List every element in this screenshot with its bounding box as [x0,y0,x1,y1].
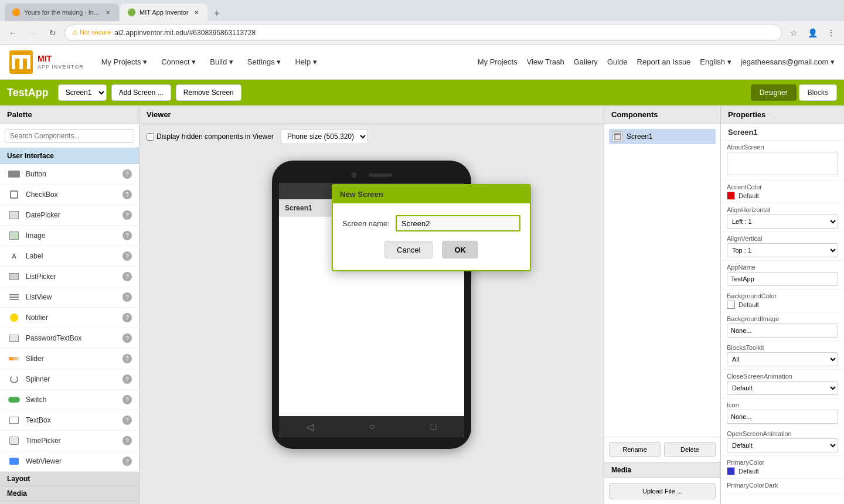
tab2-close-btn[interactable]: ✕ [192,8,200,16]
profile-button[interactable]: 👤 [804,25,821,41]
primary-color-swatch[interactable] [727,467,735,475]
prop-app-name: AppName [721,261,844,290]
dialog-screen-name-label: Screen name: [342,219,390,228]
prop-align-horizontal-select[interactable]: Left : 1 [727,214,838,229]
palette-item-timepicker[interactable]: TimePicker ? [0,431,139,451]
remove-screen-button[interactable]: Remove Screen [176,84,241,101]
svg-rect-6 [615,134,621,135]
nav-help[interactable]: Help ▾ [289,54,322,70]
button-help-icon[interactable]: ? [122,169,132,179]
accent-color-swatch[interactable] [727,192,735,200]
datepicker-help-icon[interactable]: ? [122,210,132,220]
header-language-link[interactable]: English ▾ [700,57,731,66]
palette-item-webviewer[interactable]: WebViewer ? [0,451,139,472]
header-guide-link[interactable]: Guide [607,57,628,66]
switch-help-icon[interactable]: ? [122,395,132,404]
dialog-ok-button[interactable]: OK [442,241,478,258]
nav-build[interactable]: Build ▾ [204,54,239,70]
tab2-favicon: 🟢 [127,8,136,16]
slider-help-icon[interactable]: ? [122,354,132,363]
palette-section-layout[interactable]: Layout [0,472,139,486]
prop-blocks-toolkit-select[interactable]: All [727,352,838,366]
listview-help-icon[interactable]: ? [122,292,132,302]
mit-logo: MIT APP INVENTOR [9,50,84,74]
header-my-projects-link[interactable]: My Projects [478,57,518,66]
new-tab-button[interactable]: ＋ [209,5,225,21]
header-gallery-link[interactable]: Gallery [574,57,598,66]
palette-item-listview[interactable]: ListView ? [0,287,139,308]
reload-button[interactable]: ↻ [45,25,61,41]
palette-datepicker-label: DatePicker [26,211,122,219]
screen-selector[interactable]: Screen1 [58,84,107,101]
prop-open-screen-animation-select[interactable]: Default [727,438,838,452]
palette-item-spinner[interactable]: Spinner ? [0,369,139,390]
prop-align-vertical-select[interactable]: Top : 1 [727,243,838,257]
rename-button[interactable]: Rename [609,442,661,457]
palette-item-passwordtextbox[interactable]: PasswordTextBox ? [0,328,139,349]
palette-item-listpicker[interactable]: ListPicker ? [0,267,139,287]
prop-icon-input[interactable] [727,410,838,424]
background-color-swatch[interactable] [727,301,735,309]
browser-tab-2[interactable]: 🟢 MIT App Inventor ✕ [120,4,207,21]
hidden-components-checkbox[interactable] [147,133,154,141]
spinner-help-icon[interactable]: ? [122,374,132,384]
header-user[interactable]: jegatheesans@gmail.com ▾ [741,57,835,66]
nav-connect[interactable]: Connect ▾ [155,54,202,70]
palette-item-notifier[interactable]: Notifier ? [0,308,139,328]
app-header: MIT APP INVENTOR My Projects ▾ Connect ▾… [0,45,844,80]
prop-close-screen-animation-select[interactable]: Default [727,381,838,395]
prop-app-name-input[interactable] [727,272,838,286]
palette-item-textbox[interactable]: TextBox ? [0,410,139,431]
palette-item-switch[interactable]: Switch ? [0,390,139,410]
component-screen1-name: Screen1 [627,132,653,141]
delete-button[interactable]: Delete [664,442,716,457]
browser-tab-1[interactable]: 🟠 Yours for the making · Instructab ✕ [5,4,119,21]
palette-search-input[interactable] [5,129,134,143]
palette-item-label[interactable]: A Label ? [0,246,139,267]
palette-section-media[interactable]: Media [0,486,139,501]
notifier-help-icon[interactable]: ? [122,313,132,322]
add-screen-button[interactable]: Add Screen ... [111,84,171,101]
header-view-trash-link[interactable]: View Trash [527,57,564,66]
prop-primary-color: PrimaryColor Default [721,456,844,479]
blocks-button[interactable]: Blocks [799,84,837,101]
component-screen1[interactable]: Screen1 [609,129,716,144]
back-button[interactable]: ← [5,25,21,41]
listpicker-help-icon[interactable]: ? [122,272,132,281]
webviewer-help-icon[interactable]: ? [122,457,132,466]
palette-section-ui[interactable]: User Interface [0,148,139,164]
checkbox-icon [7,188,21,202]
forward-button[interactable]: → [25,25,41,41]
prop-about-screen-input[interactable] [727,152,838,175]
properties-panel: Properties Screen1 AboutScreen AccentCol… [721,105,844,504]
bookmark-button[interactable]: ☆ [785,25,802,41]
hidden-components-checkbox-label[interactable]: Display hidden components in Viewer [147,132,274,141]
palette-item-image[interactable]: Image ? [0,226,139,246]
palette-item-checkbox[interactable]: CheckBox ? [0,185,139,205]
textbox-help-icon[interactable]: ? [122,416,132,425]
nav-settings[interactable]: Settings ▾ [241,54,287,70]
nav-my-projects[interactable]: My Projects ▾ [96,54,154,70]
prop-background-image-input[interactable] [727,323,838,338]
palette-item-button[interactable]: Button ? [0,164,139,185]
timepicker-help-icon[interactable]: ? [122,436,132,445]
designer-button[interactable]: Designer [751,84,797,101]
palette-notifier-label: Notifier [26,314,122,322]
svg-rect-4 [27,55,30,69]
upload-file-button[interactable]: Upload File ... [609,483,716,499]
checkbox-help-icon[interactable]: ? [122,190,132,199]
address-bar[interactable]: ⚠ Not secure ai2.appinventor.mit.edu/#63… [64,25,782,41]
header-nav: My Projects ▾ Connect ▾ Build ▾ Settings… [96,54,323,70]
phone-size-select[interactable]: Phone size (505,320) [281,129,368,144]
label-help-icon[interactable]: ? [122,251,132,261]
palette-item-slider[interactable]: Slider ? [0,349,139,369]
dialog-cancel-button[interactable]: Cancel [384,241,433,258]
image-help-icon[interactable]: ? [122,231,132,240]
dialog-screen-name-input[interactable] [396,215,520,231]
header-report-issue-link[interactable]: Report an Issue [637,57,691,66]
palette-item-datepicker[interactable]: DatePicker ? [0,205,139,226]
menu-button[interactable]: ⋮ [823,25,839,41]
tab1-close-btn[interactable]: ✕ [104,8,112,16]
passwordtextbox-help-icon[interactable]: ? [122,333,132,343]
palette-section-drawing[interactable]: Drawing and Animation [0,501,139,504]
